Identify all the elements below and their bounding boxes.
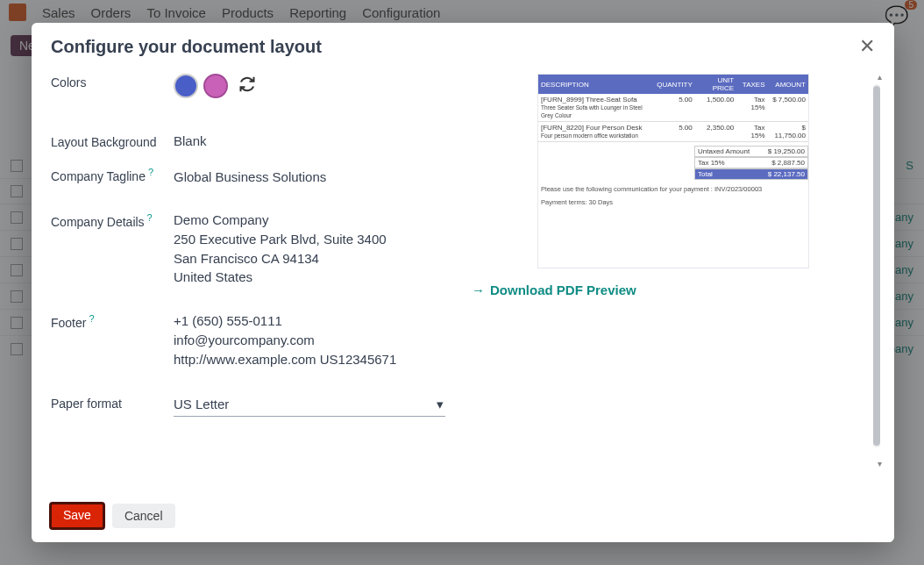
close-icon[interactable]: ✕ — [859, 35, 875, 58]
cancel-button[interactable]: Cancel — [112, 504, 175, 528]
company-details-value[interactable]: Demo Company 250 Executive Park Blvd, Su… — [174, 211, 454, 287]
secondary-color-swatch[interactable] — [203, 74, 228, 98]
modal-scrollbar[interactable] — [873, 84, 880, 447]
company-details-label: Company Details? — [51, 211, 174, 229]
paper-format-label: Paper format — [51, 395, 174, 411]
help-icon[interactable]: ? — [89, 313, 94, 324]
document-preview: DESCRIPTION QUANTITY UNIT PRICE TAXES AM… — [537, 74, 809, 268]
arrow-right-icon: → — [472, 282, 485, 297]
scroll-up-arrow[interactable]: ▴ — [878, 72, 882, 82]
scroll-down-arrow[interactable]: ▾ — [878, 459, 882, 468]
layout-background-value[interactable]: Blank — [174, 133, 454, 148]
company-tagline-value[interactable]: Global Business Solutions — [174, 165, 454, 184]
company-tagline-label: Company Tagline? — [51, 165, 174, 183]
modal-title: Configure your document layout — [51, 37, 322, 57]
colors-label: Colors — [51, 74, 174, 89]
help-icon[interactable]: ? — [147, 212, 153, 223]
layout-background-label: Layout Background — [51, 133, 174, 149]
footer-label: Footer? — [51, 311, 174, 330]
paper-format-select[interactable]: US Letter ▾ — [174, 395, 445, 417]
download-pdf-link[interactable]: → Download PDF Preview — [472, 282, 875, 297]
chevron-down-icon: ▾ — [437, 397, 444, 412]
footer-value[interactable]: +1 (650) 555-0111 info@yourcompany.com h… — [174, 311, 454, 368]
refresh-colors-icon[interactable] — [238, 75, 256, 97]
help-icon[interactable]: ? — [148, 167, 153, 177]
primary-color-swatch[interactable] — [174, 74, 198, 98]
save-button[interactable]: Save — [51, 504, 103, 528]
document-layout-modal: Configure your document layout ✕ Colors … — [32, 23, 894, 542]
